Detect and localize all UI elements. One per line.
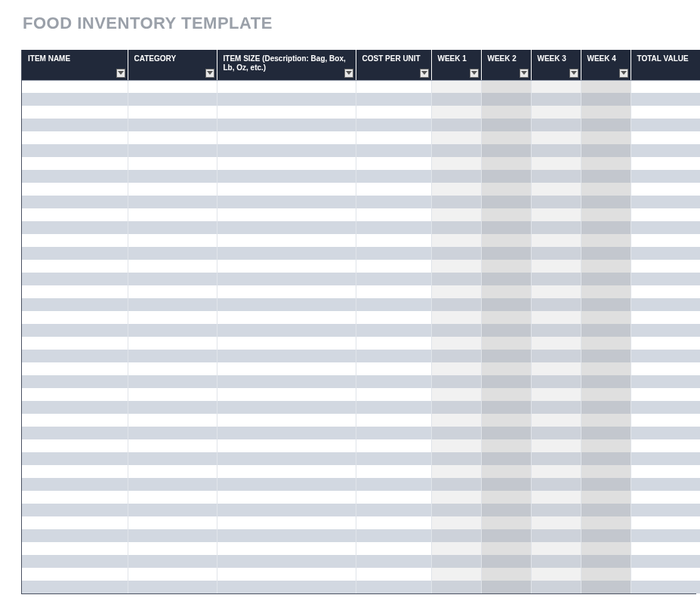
cell-category[interactable] (128, 504, 217, 516)
cell-item_name[interactable] (22, 581, 128, 593)
cell-week2[interactable] (481, 478, 531, 491)
cell-item_size[interactable] (217, 298, 356, 311)
cell-cost_per_unit[interactable] (356, 555, 431, 568)
cell-item_size[interactable] (217, 80, 356, 93)
cell-week3[interactable] (531, 452, 581, 465)
cell-week4[interactable] (581, 208, 631, 221)
cell-total_value[interactable] (631, 170, 700, 183)
cell-cost_per_unit[interactable] (356, 311, 431, 324)
cell-week2[interactable] (481, 80, 531, 93)
cell-total_value[interactable] (631, 337, 700, 350)
cell-category[interactable] (128, 170, 217, 183)
cell-cost_per_unit[interactable] (356, 542, 431, 555)
cell-item_size[interactable] (217, 542, 356, 555)
cell-week1[interactable] (431, 401, 481, 414)
cell-week4[interactable] (581, 260, 631, 273)
cell-week4[interactable] (581, 427, 631, 439)
cell-total_value[interactable] (631, 465, 700, 478)
cell-week3[interactable] (531, 196, 581, 208)
cell-week2[interactable] (481, 196, 531, 208)
cell-week2[interactable] (481, 555, 531, 568)
cell-week3[interactable] (531, 581, 581, 593)
cell-category[interactable] (128, 80, 217, 93)
cell-item_name[interactable] (22, 183, 128, 196)
cell-week3[interactable] (531, 427, 581, 439)
cell-category[interactable] (128, 568, 217, 581)
cell-item_size[interactable] (217, 324, 356, 337)
cell-item_name[interactable] (22, 260, 128, 273)
cell-item_size[interactable] (217, 196, 356, 208)
cell-item_name[interactable] (22, 234, 128, 247)
cell-week3[interactable] (531, 183, 581, 196)
cell-week1[interactable] (431, 247, 481, 260)
cell-category[interactable] (128, 285, 217, 298)
cell-week2[interactable] (481, 183, 531, 196)
cell-week4[interactable] (581, 529, 631, 542)
cell-cost_per_unit[interactable] (356, 221, 431, 234)
filter-dropdown-icon[interactable] (569, 69, 578, 78)
cell-week3[interactable] (531, 555, 581, 568)
cell-week3[interactable] (531, 504, 581, 516)
cell-week1[interactable] (431, 311, 481, 324)
cell-total_value[interactable] (631, 234, 700, 247)
cell-cost_per_unit[interactable] (356, 516, 431, 529)
cell-week1[interactable] (431, 362, 481, 375)
cell-week4[interactable] (581, 106, 631, 119)
cell-cost_per_unit[interactable] (356, 119, 431, 131)
cell-week4[interactable] (581, 170, 631, 183)
cell-item_name[interactable] (22, 157, 128, 170)
cell-week1[interactable] (431, 478, 481, 491)
cell-week3[interactable] (531, 375, 581, 388)
cell-week2[interactable] (481, 119, 531, 131)
cell-cost_per_unit[interactable] (356, 504, 431, 516)
cell-item_size[interactable] (217, 491, 356, 504)
cell-week1[interactable] (431, 350, 481, 362)
cell-category[interactable] (128, 273, 217, 285)
cell-week3[interactable] (531, 324, 581, 337)
cell-week3[interactable] (531, 273, 581, 285)
cell-total_value[interactable] (631, 324, 700, 337)
cell-item_size[interactable] (217, 504, 356, 516)
cell-total_value[interactable] (631, 119, 700, 131)
cell-total_value[interactable] (631, 568, 700, 581)
cell-category[interactable] (128, 247, 217, 260)
cell-category[interactable] (128, 529, 217, 542)
cell-week2[interactable] (481, 388, 531, 401)
cell-category[interactable] (128, 131, 217, 144)
cell-week2[interactable] (481, 529, 531, 542)
cell-category[interactable] (128, 298, 217, 311)
cell-week3[interactable] (531, 414, 581, 427)
cell-week1[interactable] (431, 157, 481, 170)
cell-item_size[interactable] (217, 131, 356, 144)
cell-week1[interactable] (431, 208, 481, 221)
cell-week2[interactable] (481, 337, 531, 350)
cell-category[interactable] (128, 119, 217, 131)
cell-week2[interactable] (481, 568, 531, 581)
cell-total_value[interactable] (631, 529, 700, 542)
cell-item_name[interactable] (22, 401, 128, 414)
cell-week3[interactable] (531, 285, 581, 298)
cell-item_name[interactable] (22, 170, 128, 183)
cell-week4[interactable] (581, 80, 631, 93)
cell-total_value[interactable] (631, 581, 700, 593)
cell-week4[interactable] (581, 465, 631, 478)
cell-week3[interactable] (531, 350, 581, 362)
cell-week2[interactable] (481, 247, 531, 260)
cell-category[interactable] (128, 311, 217, 324)
cell-week1[interactable] (431, 504, 481, 516)
cell-item_size[interactable] (217, 362, 356, 375)
cell-cost_per_unit[interactable] (356, 144, 431, 157)
cell-item_name[interactable] (22, 196, 128, 208)
cell-week3[interactable] (531, 542, 581, 555)
cell-week4[interactable] (581, 388, 631, 401)
cell-cost_per_unit[interactable] (356, 208, 431, 221)
cell-item_size[interactable] (217, 311, 356, 324)
cell-total_value[interactable] (631, 542, 700, 555)
cell-cost_per_unit[interactable] (356, 247, 431, 260)
cell-total_value[interactable] (631, 298, 700, 311)
cell-week3[interactable] (531, 234, 581, 247)
cell-week2[interactable] (481, 504, 531, 516)
cell-item_size[interactable] (217, 119, 356, 131)
cell-week2[interactable] (481, 144, 531, 157)
cell-week1[interactable] (431, 260, 481, 273)
